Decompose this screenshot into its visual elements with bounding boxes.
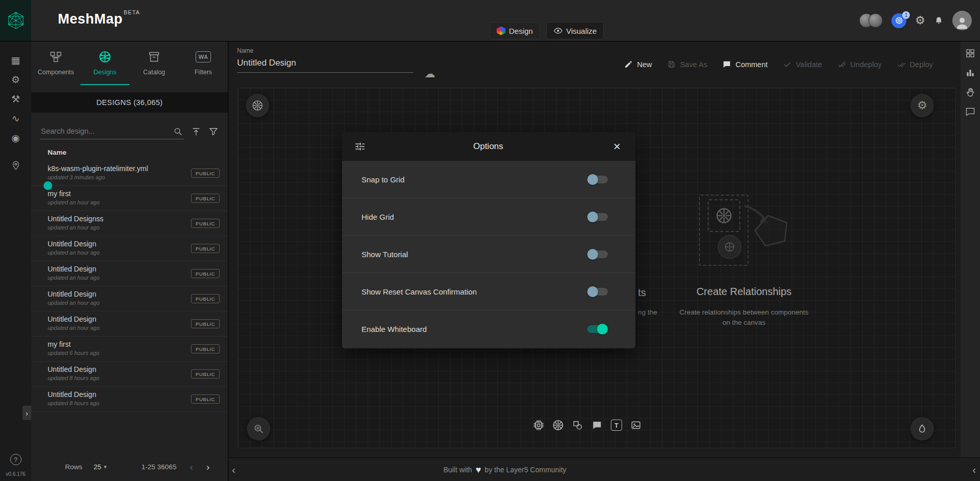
zoom-button[interactable]: [247, 417, 270, 441]
collaborator-presence-dot: [44, 181, 52, 190]
close-icon[interactable]: ×: [611, 140, 623, 153]
design-name: Untitled Designss: [48, 215, 186, 223]
design-list-item[interactable]: Untitled Design updated an hour ago PUBL…: [31, 311, 228, 337]
tool-modules-button[interactable]: [531, 418, 546, 432]
option-row: Hide Grid: [342, 198, 635, 236]
nav-visualize-button[interactable]: Visualize: [546, 22, 604, 39]
toggle-show-reset-canvas-confirmation[interactable]: [587, 288, 608, 296]
toggle-enable-whiteboard[interactable]: [587, 325, 608, 333]
deploy-button[interactable]: Deploy: [897, 60, 933, 69]
toggle-knob: [587, 212, 598, 222]
notification-badge: 1: [902, 11, 910, 19]
toolkit-icon[interactable]: ⚒: [7, 89, 25, 109]
cloud-saved-icon: ☁: [424, 68, 435, 80]
comment-button[interactable]: Comment: [722, 60, 768, 69]
tool-kubernetes-button[interactable]: [551, 418, 565, 432]
tool-comment-button[interactable]: [590, 418, 604, 432]
toggle-hide-grid[interactable]: [587, 213, 608, 221]
whiteboard-pen-button[interactable]: [910, 417, 934, 441]
kubernetes-context-button[interactable]: 1: [891, 13, 906, 28]
save-as-button[interactable]: Save As: [667, 60, 707, 69]
header-actions: 1 ⚙: [859, 0, 972, 41]
design-name-label: Name: [237, 47, 413, 54]
tab-catalog[interactable]: Catalog: [130, 41, 179, 85]
import-design-icon[interactable]: [191, 127, 201, 137]
visibility-badge: PUBLIC: [191, 169, 220, 178]
validate-button[interactable]: Validate: [783, 60, 822, 69]
action-label: Save As: [680, 60, 707, 69]
settings-gear-icon[interactable]: ⚙: [915, 15, 925, 26]
deploy-double-check-icon: [897, 60, 906, 69]
designs-icon: [98, 49, 112, 65]
canvas-kubernetes-button[interactable]: [246, 94, 269, 117]
design-name: Untitled Design: [48, 390, 186, 399]
nav-design-button[interactable]: Design: [489, 22, 540, 39]
design-list-item[interactable]: Untitled Designss updated an hour ago PU…: [31, 211, 228, 236]
visibility-badge: PUBLIC: [191, 319, 220, 328]
design-name-input[interactable]: Untitled Design: [237, 54, 413, 73]
tool-shapes-button[interactable]: [570, 418, 585, 432]
design-list-item[interactable]: my first updated an hour ago PUBLIC: [31, 186, 228, 211]
tab-filters[interactable]: WA Filters: [179, 41, 228, 85]
app-footer: ‹ Built with ♥ by the Layer5 Community ‹: [229, 457, 980, 481]
toggle-show-tutorial[interactable]: [587, 250, 608, 258]
design-name: Untitled Design: [48, 365, 186, 373]
collapse-right-icon[interactable]: ‹: [972, 465, 976, 475]
tool-text-button[interactable]: T: [609, 418, 624, 432]
visibility-badge: PUBLIC: [191, 194, 220, 203]
next-page-button[interactable]: ›: [206, 462, 209, 472]
dashboard-icon[interactable]: ▦: [7, 50, 25, 70]
design-list-item[interactable]: my first updated 6 hours ago PUBLIC: [31, 337, 228, 362]
canvas-settings-button[interactable]: ⚙: [910, 94, 934, 117]
user-avatar[interactable]: [952, 11, 972, 30]
dock-chart-button[interactable]: [964, 67, 976, 79]
meshmap-pin-icon[interactable]: [7, 156, 25, 175]
design-list-item[interactable]: Untitled Design updated an hour ago PUBL…: [31, 286, 228, 311]
beta-badge: BETA: [124, 9, 140, 15]
design-list-item[interactable]: Untitled Design updated an hour ago PUBL…: [31, 261, 228, 286]
tab-designs[interactable]: Designs: [80, 41, 130, 85]
lifecycle-gear-icon[interactable]: ⚙: [7, 70, 25, 89]
dock-hand-button[interactable]: [964, 86, 976, 98]
undeploy-icon: [838, 60, 846, 69]
notifications-bell-icon[interactable]: [934, 16, 944, 26]
performance-icon[interactable]: ∿: [7, 109, 25, 128]
collaborator-avatars: [859, 13, 883, 28]
search-icon[interactable]: [173, 127, 183, 136]
design-list-item[interactable]: Untitled Design updated an hour ago PUBL…: [31, 236, 228, 261]
design-name: k8s-wasm-plugin-ratelimiter.yml: [48, 164, 186, 173]
tab-components[interactable]: Components: [31, 41, 80, 85]
panel-collapse-handle[interactable]: ›: [23, 406, 31, 420]
ghost-kubernetes-icon: [708, 199, 740, 232]
toggle-knob: [597, 324, 608, 334]
option-label: Show Reset Canvas Confirmation: [361, 287, 477, 296]
app-name: MeshMap: [58, 11, 123, 27]
collapse-left-icon[interactable]: ‹: [232, 465, 236, 475]
undeploy-button[interactable]: Undeploy: [838, 60, 882, 69]
collaborator-avatar[interactable]: [868, 13, 883, 28]
page-title: MeshMapBETA: [58, 11, 140, 27]
designs-panel: Components Designs Catalog WA Filters DE…: [31, 41, 228, 481]
toggle-snap-to-grid[interactable]: [587, 176, 608, 183]
rows-per-page-select[interactable]: 25 ▾: [94, 463, 107, 471]
previous-page-button[interactable]: ‹: [190, 462, 193, 472]
design-list-item[interactable]: k8s-wasm-plugin-ratelimiter.yml updated …: [31, 161, 228, 186]
design-list-item[interactable]: Untitled Design updated 8 hours ago PUBL…: [31, 387, 228, 412]
tab-label: Components: [38, 69, 74, 76]
layer5-logo[interactable]: [0, 0, 31, 41]
designs-count-header: DESIGNS (36,065): [31, 92, 228, 113]
search-input[interactable]: [40, 124, 184, 139]
dock-comment-button[interactable]: [964, 106, 976, 118]
help-button[interactable]: ?: [10, 454, 22, 465]
visibility-badge: PUBLIC: [191, 269, 220, 278]
tool-image-button[interactable]: [629, 418, 643, 432]
conformance-icon[interactable]: ◉: [7, 128, 25, 148]
check-icon: [783, 60, 792, 69]
new-design-button[interactable]: New: [624, 60, 652, 69]
filter-funnel-icon[interactable]: [208, 127, 219, 137]
eye-icon: [553, 26, 563, 35]
rows-per-page-label: Rows: [65, 463, 82, 471]
dock-grid-button[interactable]: [964, 47, 976, 59]
design-list-item[interactable]: Untitled Design updated 8 hours ago PUBL…: [31, 362, 228, 387]
visibility-badge: PUBLIC: [191, 219, 220, 228]
